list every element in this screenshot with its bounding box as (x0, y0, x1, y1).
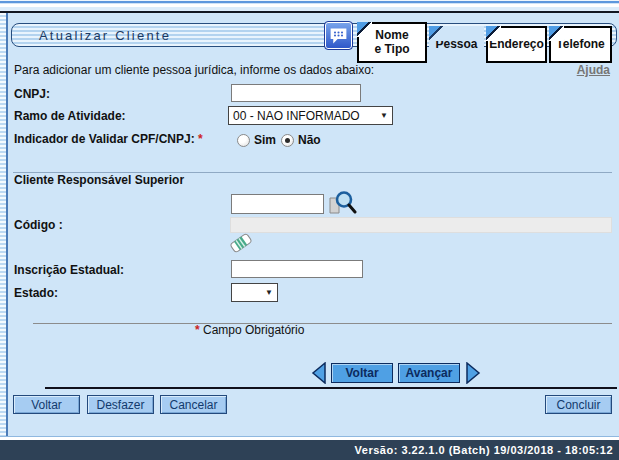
required-note: * Campo Obrigatório (195, 323, 304, 337)
voltar-nav-button[interactable]: Voltar (331, 363, 393, 383)
clear-codigo-button[interactable] (229, 232, 253, 257)
tab-notch (486, 26, 501, 41)
cnpj-label: CNPJ: (14, 87, 50, 101)
arrow-left-icon (311, 362, 327, 384)
voltar-button[interactable]: Voltar (13, 395, 80, 414)
radio-nao-label: Não (298, 133, 321, 147)
desfazer-button[interactable]: Desfazer (87, 395, 154, 414)
tab-notch (429, 26, 444, 41)
tab-notch (357, 22, 372, 37)
chat-bubble-button[interactable] (324, 21, 353, 50)
dropdown-arrow-icon: ▼ (265, 288, 273, 297)
dropdown-arrow-icon: ▼ (380, 111, 388, 120)
cancelar-button[interactable]: Cancelar (160, 395, 227, 414)
codigo-label: Código : (14, 218, 63, 232)
window-top-stripes (0, 0, 619, 11)
footer-divider (33, 323, 612, 324)
ramo-selected-value: 00 - NAO INFORMADO (233, 109, 360, 123)
codigo-search-input[interactable] (231, 194, 324, 214)
inscricao-input[interactable] (231, 260, 363, 278)
nav-prev-arrow-button[interactable] (311, 362, 327, 387)
concluir-button[interactable]: Concluir (545, 395, 612, 414)
arrow-right-icon (465, 362, 481, 384)
required-asterisk: * (195, 323, 200, 337)
avancar-nav-button[interactable]: Avançar (398, 363, 460, 383)
search-icon (327, 190, 357, 218)
main-panel: Atualizar Cliente Nome e Tipo Pessoa End… (0, 11, 619, 437)
radio-sim-label: Sim (254, 133, 276, 147)
tab-label: Nome (375, 29, 408, 43)
cnpj-input[interactable] (231, 84, 361, 102)
radio-nao[interactable] (281, 134, 294, 147)
eraser-icon (229, 232, 253, 254)
help-link[interactable]: Ajuda (577, 63, 610, 77)
tab-notch (549, 26, 564, 41)
left-decor-strip (0, 13, 8, 436)
tab-endereco[interactable]: Endereço (486, 26, 547, 63)
radio-sim[interactable] (237, 134, 250, 147)
nav-next-arrow-button[interactable] (465, 362, 481, 387)
tab-label: e Tipo (374, 43, 409, 57)
app-window: Atualizar Cliente Nome e Tipo Pessoa End… (0, 0, 619, 460)
page-title: Atualizar Cliente (39, 24, 171, 47)
ramo-select[interactable]: 00 - NAO INFORMADO ▼ (228, 106, 393, 125)
required-asterisk: * (198, 132, 203, 146)
indicador-label: Indicador de Validar CPF/CNPJ: * (14, 132, 203, 146)
section-heading: Cliente Responsável Superior (14, 173, 184, 187)
estado-select[interactable]: ▼ (231, 283, 278, 302)
tab-nome-e-tipo[interactable]: Nome e Tipo (357, 22, 427, 63)
tab-pessoa-active[interactable]: Pessoa (429, 26, 484, 63)
intro-text: Para adicionar um cliente pessoa jurídic… (14, 63, 374, 77)
tab-telefone[interactable]: Telefone (549, 26, 612, 63)
chat-bubble-icon (328, 25, 349, 46)
inscricao-label: Inscrição Estadual: (14, 263, 124, 277)
estado-label: Estado: (14, 286, 58, 300)
version-status-bar: Versão: 3.22.1.0 (Batch) 19/03/2018 - 18… (0, 440, 619, 460)
footer-separator-line (45, 387, 617, 389)
ramo-label: Ramo de Atividade: (14, 109, 126, 123)
codigo-readonly-field (230, 217, 612, 233)
